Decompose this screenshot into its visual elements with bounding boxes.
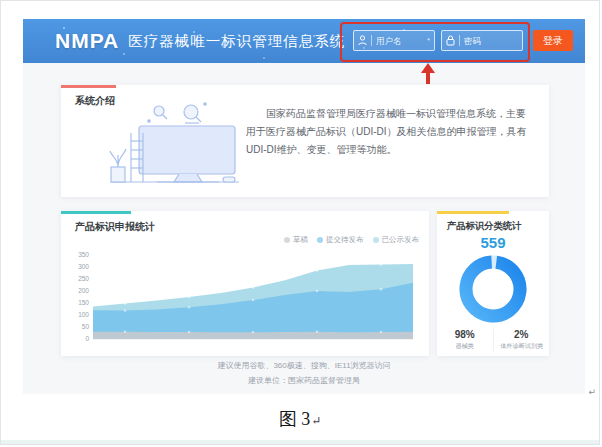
legend-label: 草稿 [293, 235, 308, 245]
classification-stats: 98% 器械类 2% 体外诊断试剂类 [437, 329, 549, 351]
declaration-area-chart: 050100150200250300350 [67, 247, 419, 351]
stat-device-pct: 98% [437, 329, 493, 340]
svg-text:100: 100 [78, 311, 89, 318]
nmpa-logo: NMPA [55, 29, 119, 53]
legend-label: 已公示发布 [382, 235, 420, 245]
svg-text:150: 150 [78, 299, 89, 306]
pilcrow-mark: ↵ [311, 414, 321, 428]
footer-browser-tip: 建议使用谷歌、360极速、搜狗、IE11浏览器访问 [23, 360, 585, 371]
username-field[interactable]: * [353, 30, 435, 51]
intro-accent-line [61, 85, 116, 88]
intro-description: 国家药品监督管理局医疗器械唯一标识管理信息系统，主要用于医疗器械产品标识（UDI… [246, 105, 534, 159]
lock-icon [446, 35, 455, 46]
app-title: 医疗器械唯一标识管理信息系统 [128, 32, 345, 51]
field-divider [459, 35, 460, 46]
app-header: NMPA 医疗器械唯一标识管理信息系统 * 登录 [23, 19, 585, 63]
stat-device-label: 器械类 [438, 342, 491, 351]
field-divider [371, 35, 372, 46]
password-field[interactable] [441, 30, 523, 51]
svg-text:50: 50 [82, 323, 90, 330]
legend-item[interactable]: 提交待发布 [317, 235, 364, 245]
legend-dot-icon [317, 237, 323, 243]
chart-accent-line [61, 211, 131, 214]
declaration-chart-title: 产品标识申报统计 [75, 220, 155, 234]
figure-caption-text: 图 3 [279, 409, 311, 429]
legend-item[interactable]: 草稿 [284, 235, 308, 245]
user-icon [358, 35, 367, 46]
svg-text:300: 300 [78, 263, 89, 270]
stat-ivd: 2% 体外诊断试剂类 [493, 329, 550, 351]
brand: NMPA 医疗器械唯一标识管理信息系统 [55, 19, 345, 63]
declaration-stats-card: 产品标识申报统计 草稿提交待发布已公示发布 050100150200250300… [61, 211, 429, 356]
total-count: 559 [437, 234, 549, 251]
classification-chart-title: 产品标识分类统计 [447, 220, 521, 233]
legend-dot-icon [284, 237, 290, 243]
legend-dot-icon [373, 237, 379, 243]
system-intro-card: 系统介绍 国家药品监督 [61, 85, 549, 197]
donut-accent-line [437, 211, 509, 214]
username-input[interactable] [376, 36, 426, 46]
legend-item[interactable]: 已公示发布 [373, 235, 420, 245]
svg-text:350: 350 [78, 251, 89, 258]
classification-donut [456, 252, 530, 326]
svg-text:0: 0 [85, 335, 89, 342]
legend-label: 提交待发布 [326, 235, 364, 245]
stat-device: 98% 器械类 [437, 329, 493, 351]
stat-ivd-label: 体外诊断试剂类 [495, 342, 548, 351]
password-input[interactable] [464, 36, 518, 46]
stat-ivd-pct: 2% [494, 329, 550, 340]
document-page: NMPA 医疗器械唯一标识管理信息系统 * 登录 登录入口 系统介绍 [0, 0, 600, 445]
classification-stats-card: 产品标识分类统计 559 98% 器械类 2% 体外诊断试剂类 [437, 211, 549, 356]
svg-text:200: 200 [78, 287, 89, 294]
svg-text:250: 250 [78, 275, 89, 282]
login-button[interactable]: 登录 [533, 30, 573, 51]
required-mark: * [427, 36, 430, 45]
annotation-arrow-stem [426, 72, 430, 84]
paragraph-mark: ↵ [588, 387, 596, 397]
intro-illustration [87, 99, 247, 195]
chart-legend: 草稿提交待发布已公示发布 [284, 235, 419, 245]
page-edge-strip [1, 440, 599, 444]
footer-org: 建设单位：国家药品监督管理局 [23, 375, 585, 386]
figure-caption: 图 3↵ [1, 407, 599, 431]
